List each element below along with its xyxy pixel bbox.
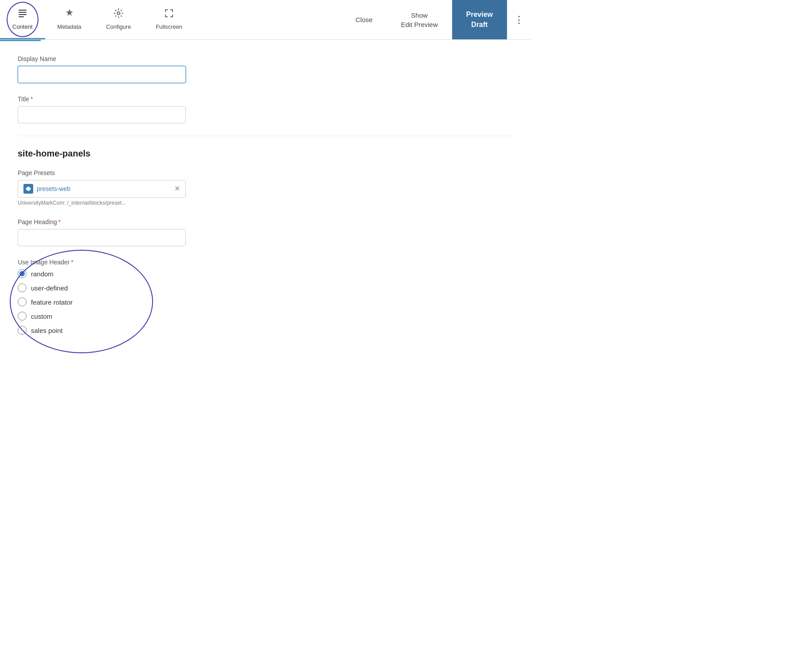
presets-icon xyxy=(23,184,33,194)
show-edit-preview-button[interactable]: Show Edit Preview xyxy=(387,11,452,29)
page-heading-required-marker: * xyxy=(58,218,61,225)
image-header-radio-group: random user-defined feature rotator cust… xyxy=(18,269,513,335)
radio-item-user-defined[interactable]: user-defined xyxy=(18,283,513,292)
tab-metadata-label: Metadata xyxy=(58,23,81,30)
fullscreen-icon xyxy=(164,8,174,21)
title-input[interactable]: Web Services | University Marketing xyxy=(18,106,186,123)
svg-rect-3 xyxy=(19,16,24,17)
page-presets-path: UniversityMarkCom: /_internal/blocks/pre… xyxy=(18,200,513,206)
display-name-label: Display Name xyxy=(18,55,513,62)
radio-feature-rotator[interactable] xyxy=(18,298,27,306)
svg-rect-2 xyxy=(19,14,27,15)
configure-icon xyxy=(113,8,124,21)
page-presets-label: Page Presets xyxy=(18,169,513,176)
close-label: Close xyxy=(356,16,373,23)
radio-item-random[interactable]: random xyxy=(18,269,513,278)
tab-fullscreen-label: Fullscreen xyxy=(156,23,182,30)
radio-custom-label: custom xyxy=(31,313,52,320)
more-options-button[interactable]: ⋮ xyxy=(507,0,531,39)
tab-configure-label: Configure xyxy=(106,23,131,30)
svg-rect-1 xyxy=(19,12,27,13)
radio-sales-point-label: sales point xyxy=(31,327,63,334)
page-heading-group: Page Heading* Planning xyxy=(18,218,513,246)
close-button[interactable]: Close xyxy=(342,16,387,23)
toolbar-right-actions: Close Show Edit Preview Preview Draft ⋮ xyxy=(342,0,531,39)
radio-sales-point[interactable] xyxy=(18,326,27,335)
section-heading: site-home-panels xyxy=(18,149,513,159)
page-presets-input-wrapper[interactable]: presets-web ✕ xyxy=(18,180,186,198)
section-divider xyxy=(18,136,513,136)
toolbar: Content Metadata Configure Fullscreen xyxy=(0,0,531,40)
content-icon xyxy=(17,8,28,21)
more-icon: ⋮ xyxy=(514,14,524,26)
show-label: Show xyxy=(411,11,428,20)
tab-metadata[interactable]: Metadata xyxy=(45,0,94,39)
tab-content-label: Content xyxy=(12,23,33,30)
draft-label: Draft xyxy=(471,20,488,30)
tab-fullscreen[interactable]: Fullscreen xyxy=(143,0,195,39)
tab-configure[interactable]: Configure xyxy=(94,0,143,39)
radio-custom[interactable] xyxy=(18,312,27,321)
title-required-marker: * xyxy=(31,95,33,103)
svg-rect-0 xyxy=(19,10,27,11)
radio-item-custom[interactable]: custom xyxy=(18,312,513,321)
radio-user-defined[interactable] xyxy=(18,283,27,292)
svg-point-4 xyxy=(117,12,120,15)
radio-random-label: random xyxy=(31,270,54,278)
use-image-header-group: Use Image Header* random user-defined fe… xyxy=(18,259,513,335)
radio-feature-rotator-label: feature rotator xyxy=(31,298,73,306)
preview-label: Preview xyxy=(466,10,493,19)
page-presets-clear-button[interactable]: ✕ xyxy=(174,185,180,192)
page-presets-group: Page Presets presets-web ✕ UniversityMar… xyxy=(18,169,513,206)
image-header-required-marker: * xyxy=(71,259,73,266)
radio-random[interactable] xyxy=(18,269,27,278)
preview-draft-button[interactable]: Preview Draft xyxy=(452,0,507,39)
radio-item-sales-point[interactable]: sales point xyxy=(18,326,513,335)
display-name-group: Display Name web services xyxy=(18,55,513,83)
use-image-header-label: Use Image Header* xyxy=(18,259,513,266)
tab-content[interactable]: Content xyxy=(0,0,45,39)
toolbar-spacer xyxy=(195,0,342,39)
radio-item-feature-rotator[interactable]: feature rotator xyxy=(18,298,513,306)
page-presets-value: presets-web xyxy=(37,185,171,192)
svg-marker-5 xyxy=(26,187,31,191)
metadata-icon xyxy=(64,8,75,21)
radio-user-defined-label: user-defined xyxy=(31,284,68,292)
page-heading-label: Page Heading* xyxy=(18,218,513,225)
edit-preview-label: Edit Preview xyxy=(401,20,438,29)
title-group: Title* Web Services | University Marketi… xyxy=(18,95,513,123)
main-content: Display Name web services Title* Web Ser… xyxy=(0,41,531,361)
title-label: Title* xyxy=(18,95,513,103)
page-heading-input[interactable]: Planning xyxy=(18,229,186,246)
display-name-input[interactable]: web services xyxy=(18,66,186,83)
